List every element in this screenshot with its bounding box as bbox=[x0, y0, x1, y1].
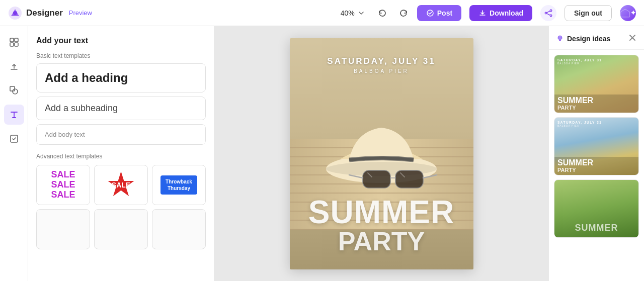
sidebar-item-checklist[interactable] bbox=[4, 129, 24, 149]
sidebar-item-grid[interactable] bbox=[4, 32, 24, 52]
post-button[interactable]: Post bbox=[417, 5, 461, 21]
idea-2-overlay: SUMMER PARTY bbox=[554, 157, 638, 175]
preview-label: Preview bbox=[69, 9, 92, 17]
idea-2-loc: BALBOA PIER bbox=[557, 124, 635, 127]
idea-2-party: PARTY bbox=[557, 167, 635, 173]
sale-badge-template[interactable]: SALE bbox=[94, 165, 148, 205]
chevron-down-icon[interactable] bbox=[358, 10, 365, 17]
svg-rect-8 bbox=[10, 38, 14, 42]
redo-icon bbox=[399, 9, 408, 18]
svg-point-5 bbox=[545, 12, 547, 14]
undo-icon bbox=[378, 9, 387, 18]
panel-title: Add your text bbox=[36, 36, 206, 45]
idea-2-summer: SUMMER bbox=[557, 159, 635, 167]
sale-badge-label: SALE bbox=[108, 171, 135, 199]
svg-rect-13 bbox=[10, 86, 15, 91]
upload-icon bbox=[9, 61, 19, 71]
advanced-templates-grid: SALESALESALE SALE Throwback Thursday bbox=[36, 165, 206, 249]
throwback-title: Throwback bbox=[166, 179, 192, 184]
design-idea-card-1[interactable]: SATURDAY, JULY 31 BALBOA PIER SUMMER PAR… bbox=[554, 55, 639, 113]
svg-rect-9 bbox=[15, 38, 18, 42]
idea-card-3-inner: SUMMER bbox=[554, 180, 638, 237]
svg-point-3 bbox=[550, 10, 552, 12]
poster-top-text: SATURDAY, JULY 31 BALBOA PIER bbox=[290, 56, 473, 74]
poster-date: SATURDAY, JULY 31 bbox=[290, 56, 473, 66]
app-name: Designer bbox=[26, 8, 63, 18]
design-idea-card-2[interactable]: SATURDAY, JULY 31 BALBOA PIER SUMMER PAR… bbox=[554, 117, 639, 175]
advanced-template-empty-3[interactable] bbox=[152, 209, 206, 249]
share-button[interactable] bbox=[540, 5, 556, 21]
share-icon bbox=[544, 9, 552, 17]
design-ideas-close-button[interactable] bbox=[628, 33, 637, 44]
poster-location: BALBOA PIER bbox=[290, 68, 473, 74]
poster-summer: SUMMER bbox=[290, 196, 473, 228]
basic-section-label: Basic text templates bbox=[36, 52, 206, 59]
idea-card-1-inner: SATURDAY, JULY 31 BALBOA PIER SUMMER PAR… bbox=[554, 55, 638, 113]
text-panel: Add your text Basic text templates Add a… bbox=[28, 26, 214, 281]
avatar-icon bbox=[620, 7, 630, 19]
post-icon bbox=[426, 9, 434, 17]
svg-line-7 bbox=[547, 13, 550, 15]
idea-1-date: SATURDAY, JULY 31 bbox=[557, 58, 635, 62]
svg-point-1 bbox=[13, 11, 17, 15]
svg-rect-10 bbox=[10, 43, 14, 46]
design-idea-card-3[interactable]: SUMMER bbox=[554, 179, 639, 238]
throwback-sub: Thursday bbox=[168, 185, 190, 191]
design-ideas-title: Design ideas bbox=[556, 35, 610, 43]
checklist-icon bbox=[9, 134, 19, 144]
signout-label: Sign out bbox=[574, 9, 602, 17]
poster-party: PARTY bbox=[290, 228, 473, 254]
zoom-value: 40% bbox=[341, 9, 355, 17]
svg-rect-29 bbox=[363, 170, 390, 188]
idea-1-overlay: SUMMER PARTY bbox=[554, 95, 638, 113]
redo-button[interactable] bbox=[396, 7, 411, 20]
svg-rect-36 bbox=[559, 40, 561, 41]
download-icon bbox=[478, 9, 487, 17]
subheading-template-button[interactable]: Add a subheading bbox=[36, 97, 206, 120]
idea-card-2-inner: SATURDAY, JULY 31 BALBOA PIER SUMMER PAR… bbox=[554, 118, 638, 175]
lightbulb-icon bbox=[556, 35, 564, 43]
throwback-template[interactable]: Throwback Thursday bbox=[152, 165, 206, 205]
idea-3-label: SUMMER bbox=[554, 223, 638, 233]
sidebar-item-shapes[interactable] bbox=[4, 80, 24, 101]
design-ideas-panel: Design ideas SATURDAY, JULY 31 BALBOA PI… bbox=[548, 26, 644, 281]
download-button[interactable]: Download bbox=[469, 5, 532, 21]
post-label: Post bbox=[437, 9, 452, 17]
app-logo: Designer Preview bbox=[8, 6, 92, 20]
idea-1-top-labels: SATURDAY, JULY 31 BALBOA PIER bbox=[554, 58, 638, 65]
sale-text-label: SALESALESALE bbox=[51, 170, 75, 200]
svg-rect-30 bbox=[395, 170, 423, 188]
grid-icon bbox=[9, 37, 19, 47]
undo-button[interactable] bbox=[375, 7, 390, 20]
sidebar-icons bbox=[0, 26, 28, 281]
app-header: Designer Preview 40% Post Download Sign … bbox=[0, 0, 644, 26]
idea-3-summer: SUMMER bbox=[554, 223, 638, 233]
advanced-template-empty-2[interactable] bbox=[94, 209, 148, 249]
text-icon bbox=[9, 110, 19, 120]
sale-text-template[interactable]: SALESALESALE bbox=[36, 165, 90, 205]
idea-1-loc: BALBOA PIER bbox=[557, 62, 635, 65]
signout-button[interactable]: Sign out bbox=[565, 5, 612, 21]
zoom-control[interactable]: 40% bbox=[341, 9, 365, 17]
canvas-card[interactable]: SATURDAY, JULY 31 BALBOA PIER SUMMER PAR… bbox=[290, 38, 473, 269]
advanced-template-empty-1[interactable] bbox=[36, 209, 90, 249]
idea-1-party: PARTY bbox=[557, 105, 635, 111]
idea-2-date: SATURDAY, JULY 31 bbox=[557, 121, 635, 124]
logo-icon bbox=[8, 6, 22, 20]
idea-1-summer: SUMMER bbox=[557, 97, 635, 105]
sidebar-item-upload[interactable] bbox=[4, 56, 24, 76]
sidebar-item-text[interactable] bbox=[4, 105, 24, 125]
svg-point-12 bbox=[13, 89, 18, 94]
design-ideas-header: Design ideas bbox=[549, 26, 644, 50]
avatar[interactable]: ✦ bbox=[620, 5, 636, 21]
heading-template-button[interactable]: Add a heading bbox=[36, 63, 206, 92]
body-template-button[interactable]: Add body text bbox=[36, 124, 206, 145]
svg-line-6 bbox=[547, 11, 550, 12]
canvas-area: SATURDAY, JULY 31 BALBOA PIER SUMMER PAR… bbox=[214, 26, 548, 281]
advanced-section-label: Advanced text templates bbox=[36, 153, 206, 160]
poster-bottom-text: SUMMER PARTY bbox=[290, 196, 473, 254]
download-label: Download bbox=[490, 9, 523, 17]
throwback-label: Throwback Thursday bbox=[160, 175, 197, 195]
svg-point-4 bbox=[550, 15, 552, 17]
main-layout: Add your text Basic text templates Add a… bbox=[0, 26, 644, 281]
